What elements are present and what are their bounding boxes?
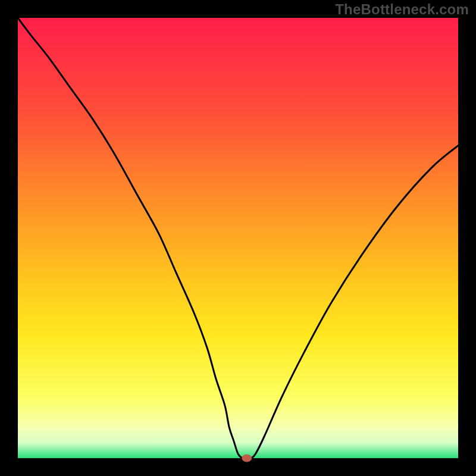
watermark-text: TheBottleneck.com — [335, 1, 469, 18]
plot-background — [18, 18, 458, 458]
chart-frame: TheBottleneck.com — [0, 0, 476, 476]
optimum-marker — [242, 455, 252, 462]
bottleneck-chart — [0, 0, 476, 476]
